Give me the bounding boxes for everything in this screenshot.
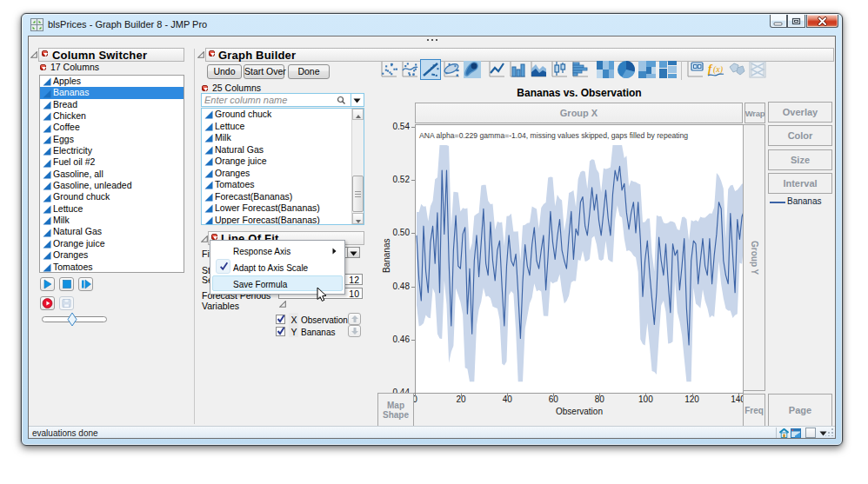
svg-text:(x): (x) (713, 64, 724, 75)
